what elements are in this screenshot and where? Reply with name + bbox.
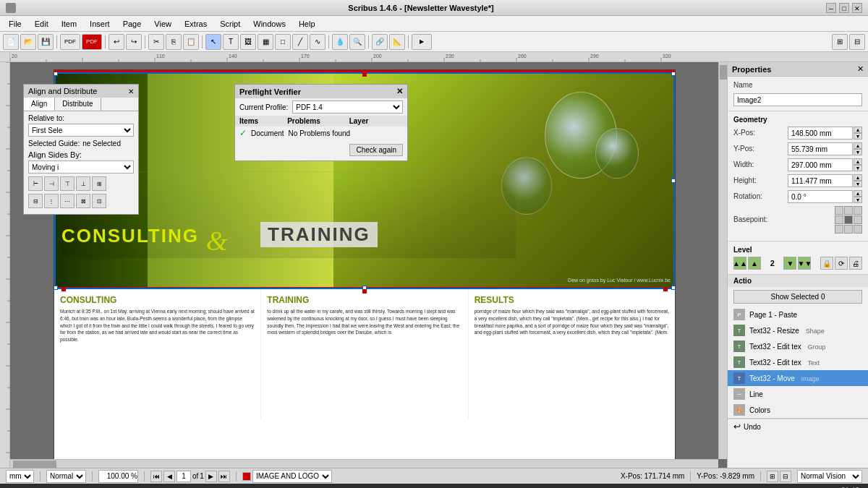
win1-btn[interactable]: ⊞	[832, 34, 848, 50]
view-mode-select[interactable]: Normal Vision	[797, 470, 862, 483]
bezier-btn[interactable]: ∿	[310, 34, 326, 50]
align-random-btn[interactable]: ⊠	[76, 194, 90, 208]
level-print-btn[interactable]: 🖨	[849, 257, 862, 270]
level-top-btn[interactable]: ▲▲	[733, 257, 746, 270]
width-up[interactable]: ▲	[854, 158, 862, 165]
copy-btn[interactable]: ⎘	[166, 34, 182, 50]
menu-help[interactable]: Help	[293, 18, 321, 30]
text-btn[interactable]: T	[223, 34, 239, 50]
bp-tr[interactable]	[854, 206, 862, 215]
open-btn[interactable]: 📂	[20, 34, 36, 50]
level-bottom-btn[interactable]: ▼▼	[798, 257, 811, 270]
win2-btn[interactable]: ⊟	[849, 34, 865, 50]
line-btn[interactable]: ╱	[292, 34, 308, 50]
action-line[interactable]: ─ Line	[728, 386, 868, 402]
measure-btn[interactable]: 📐	[389, 34, 405, 50]
align-bottom-btn[interactable]: ⊟	[28, 194, 43, 208]
height-spinner[interactable]: ▲ ▼	[854, 174, 862, 187]
preview-btn[interactable]: ▶	[412, 34, 432, 50]
menu-view[interactable]: View	[148, 18, 177, 30]
bp-bl[interactable]	[835, 225, 843, 234]
pdf-btn[interactable]: PDF	[60, 34, 80, 50]
relative-to-select[interactable]: First Sele	[28, 124, 134, 137]
xpos-input[interactable]	[788, 127, 853, 140]
bp-ml[interactable]	[835, 215, 843, 224]
undo-row[interactable]: ↩ Undo	[728, 419, 868, 434]
mode-select[interactable]: Normal	[46, 470, 86, 483]
width-down[interactable]: ▼	[854, 165, 862, 171]
action-edit-group[interactable]: T Text32 - Edit tex Group	[728, 338, 868, 354]
align-left-btn[interactable]: ⊢	[28, 176, 43, 191]
select-btn[interactable]: ↖	[205, 34, 221, 50]
align-top-btn[interactable]: ⊥	[76, 176, 90, 191]
page-next-btn[interactable]: ▶	[205, 471, 217, 482]
preflight-header[interactable]: Preflight Verifier ✕	[235, 85, 407, 98]
align-center-v-btn[interactable]: ⊞	[92, 176, 106, 191]
menu-insert[interactable]: Insert	[84, 18, 116, 30]
unit-select[interactable]: mm	[6, 470, 34, 483]
maximize-btn[interactable]: □	[839, 3, 849, 13]
scrollbar-horizontal[interactable]	[10, 459, 718, 468]
align-panel-header[interactable]: Align and Distribute ✕	[24, 85, 138, 98]
page-first-btn[interactable]: ⏮	[150, 471, 162, 482]
page-last-btn[interactable]: ⏭	[218, 471, 230, 482]
xpos-spinner[interactable]: ▲ ▼	[854, 127, 862, 140]
height-input[interactable]	[788, 174, 853, 187]
scrollbar-thumb-v[interactable]	[720, 65, 727, 80]
menu-windows[interactable]: Windows	[247, 18, 292, 30]
paste-btn[interactable]: 📋	[183, 34, 199, 50]
redo-btn[interactable]: ↪	[126, 34, 142, 50]
zoom-btn[interactable]: 🔍	[349, 34, 365, 50]
bp-mr[interactable]	[854, 215, 862, 224]
align-extra-btn[interactable]: ⊡	[92, 194, 106, 208]
ypos-input[interactable]	[788, 142, 853, 155]
page-current-input[interactable]	[176, 471, 191, 482]
menu-extras[interactable]: Extras	[179, 18, 213, 30]
layer-select[interactable]: IMAGE AND LOGO	[252, 470, 332, 483]
rotation-input[interactable]	[788, 190, 853, 203]
show-selected-btn[interactable]: Show Selected 0	[733, 290, 862, 304]
level-flow-btn[interactable]: ⟳	[835, 257, 848, 270]
scrollbar-thumb-h[interactable]	[13, 461, 56, 468]
action-move[interactable]: T Text32 - Move Image	[728, 370, 868, 386]
width-spinner[interactable]: ▲ ▼	[854, 158, 862, 171]
align-center-h-btn[interactable]: ⊣	[44, 176, 59, 191]
rotation-up[interactable]: ▲	[854, 190, 862, 197]
height-up[interactable]: ▲	[854, 174, 862, 181]
bp-tc[interactable]	[844, 206, 853, 215]
menu-edit[interactable]: Edit	[29, 18, 54, 30]
bp-br[interactable]	[854, 225, 862, 234]
name-input[interactable]	[733, 93, 862, 106]
menu-page[interactable]: Page	[117, 18, 148, 30]
fit-page-btn[interactable]: ⊞	[767, 471, 778, 482]
ypos-spinner[interactable]: ▲ ▼	[854, 142, 862, 155]
minimize-btn[interactable]: ─	[826, 3, 836, 13]
xpos-up[interactable]: ▲	[854, 127, 862, 133]
new-btn[interactable]: 📄	[3, 34, 19, 50]
save-btn[interactable]: 💾	[38, 34, 54, 50]
align-row-btn[interactable]: ⋯	[60, 194, 75, 208]
check-again-button[interactable]: Check again	[349, 144, 403, 156]
menu-item[interactable]: Item	[56, 18, 82, 30]
action-edit-text[interactable]: T Text32 - Edit tex Text	[728, 354, 868, 370]
height-down[interactable]: ▼	[854, 181, 862, 187]
align-tab-align[interactable]: Align	[24, 98, 55, 111]
rotation-spinner[interactable]: ▲ ▼	[854, 190, 862, 203]
ypos-down[interactable]: ▼	[854, 149, 862, 155]
table-btn[interactable]: ▦	[258, 34, 273, 50]
align-right-btn[interactable]: ⊤	[60, 176, 75, 191]
link-btn[interactable]: 🔗	[372, 34, 388, 50]
pdf2-btn[interactable]: PDF	[82, 34, 102, 50]
align-close-btn[interactable]: ✕	[128, 87, 134, 95]
zoom-input[interactable]	[98, 470, 138, 483]
scrollbar-vertical[interactable]	[718, 62, 727, 459]
xpos-down[interactable]: ▼	[854, 133, 862, 140]
preflight-close-btn[interactable]: ✕	[396, 87, 403, 96]
level-down-btn[interactable]: ▼	[783, 257, 796, 270]
bp-mc[interactable]	[844, 215, 853, 224]
page-prev-btn[interactable]: ◀	[163, 471, 175, 482]
fit-width-btn[interactable]: ⊟	[780, 471, 791, 482]
canvas-area[interactable]: CONSULTING & TRAINING Dew on grass by Lu…	[10, 62, 727, 468]
rotation-down[interactable]: ▼	[854, 197, 862, 203]
align-sides-select[interactable]: Moving i	[28, 160, 134, 174]
